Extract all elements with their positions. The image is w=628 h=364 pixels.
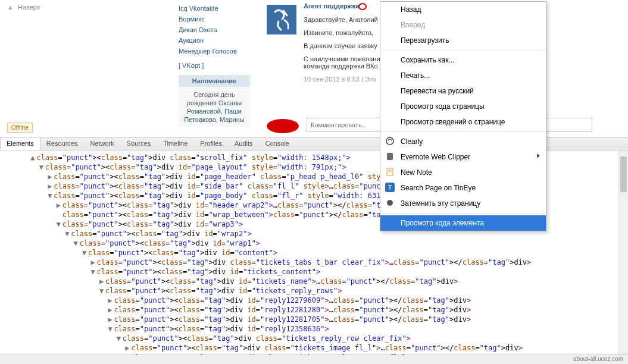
ctx-separator [381, 50, 545, 51]
devtools-tab-network[interactable]: Network [84, 137, 120, 150]
context-menu: Назад Вперед Перезагрузить Сохранить как… [380, 1, 546, 231]
ctx-save-as[interactable]: Сохранить как... [380, 52, 546, 68]
ctx-back[interactable]: Назад [380, 2, 546, 17]
dom-tree-line[interactable]: ▶class="punct"><class="tag">div class="t… [5, 258, 618, 267]
scrollbar-thumb[interactable] [620, 156, 627, 192]
red-oval-annotation-icon [267, 119, 299, 133]
svg-point-1 [386, 137, 393, 145]
vkopt-link[interactable]: [ VKopt ] [179, 62, 256, 69]
evernote-icon [385, 152, 395, 161]
sidebar-link[interactable]: Аукцион [179, 37, 256, 44]
svg-point-8 [387, 200, 393, 206]
note-icon [385, 167, 395, 177]
sidebar-link[interactable]: Вормикс [179, 15, 256, 23]
ctx-evernote[interactable]: Evernote Web Clipper [380, 149, 546, 165]
dom-tree-line[interactable]: ▶class="punct"><class="tag">div id="repl… [5, 315, 618, 324]
devtools-scrollbar[interactable] [618, 150, 628, 354]
dom-tree-line[interactable]: ▼class="punct"><class="tag">div id="repl… [5, 324, 618, 334]
devtools-tab-console[interactable]: Console [260, 137, 296, 150]
up-arrow-icon: ▲ [7, 4, 14, 11]
dom-tree-line[interactable]: ▼class="punct"><class="tag">div id="tick… [5, 267, 618, 277]
ctx-print[interactable]: Печать... [380, 68, 546, 83]
dom-tree-line[interactable]: ▶class="punct"><class="tag">div id="repl… [5, 305, 618, 315]
darken-icon [385, 198, 395, 208]
ctx-clearly[interactable]: Clearly [380, 134, 546, 149]
reminder-text: Сегодня [193, 91, 220, 98]
svg-text:T: T [388, 184, 392, 191]
clearly-icon [385, 136, 395, 146]
ctx-translate[interactable]: Перевести на русский [380, 83, 546, 99]
reminder-body: Сегодня день рождения Оксаны Романовой, … [179, 90, 250, 124]
sidebar-link[interactable]: Менеджер Голосов [179, 48, 256, 55]
ctx-darken[interactable]: Затемнить эту страницу [380, 196, 546, 211]
devtools-tab-profiles[interactable]: Profiles [194, 137, 229, 150]
dom-tree-line[interactable]: ▼class="punct"><class="tag">div id="tick… [5, 286, 618, 296]
message-author[interactable]: Агент поддержки [304, 2, 360, 10]
submenu-arrow-icon [537, 153, 540, 158]
devtools-tab-timeline[interactable]: Timeline [157, 137, 194, 150]
ctx-view-source[interactable]: Просмотр кода страницы [380, 99, 546, 114]
dom-tree-line[interactable]: ▼class="punct"><class="tag">div id="wrap… [5, 239, 618, 248]
devtools-tab-elements[interactable]: Elements [0, 137, 40, 150]
devtools-tab-resources[interactable]: Resources [40, 137, 85, 150]
dom-tree-line[interactable]: ▼class="punct"><class="tag">div class="t… [5, 334, 618, 343]
svg-rect-2 [387, 153, 393, 160]
tineye-icon: T [385, 183, 395, 192]
ctx-new-note[interactable]: New Note [380, 165, 546, 180]
ctx-separator [381, 213, 545, 214]
dom-tree-line[interactable]: ▶class="punct"><class="tag">div id="tick… [5, 277, 618, 286]
red-circle-annotation-icon [358, 3, 367, 10]
watermark: about-all.ucoz.com [573, 356, 623, 362]
scroll-up-link[interactable]: ▲ Наверх [7, 4, 40, 11]
birthday-name-link[interactable]: Марины [220, 116, 245, 123]
dom-tree-line[interactable]: ▶class="punct"><class="tag">div id="repl… [5, 296, 618, 305]
ctx-reload[interactable]: Перезагрузить [380, 33, 546, 48]
dom-tree-line[interactable]: ▶class="punct"><class="tag">div class="t… [5, 343, 618, 353]
reminder-box: Напоминание Сегодня день рождения Оксаны… [179, 75, 250, 127]
devtools-tab-audits[interactable]: Audits [229, 137, 260, 150]
scroll-up-label: Наверх [18, 4, 40, 11]
ctx-inspect-element[interactable]: Просмотр кода элемента [380, 215, 546, 231]
ctx-page-info[interactable]: Просмотр сведений о странице [380, 114, 546, 130]
devtools-tab-sources[interactable]: Sources [121, 137, 157, 150]
offline-badge: Offline [7, 123, 33, 133]
sidebar-link[interactable]: Icq Vkontakte [179, 5, 256, 12]
ctx-forward[interactable]: Вперед [380, 17, 546, 33]
support-avatar-icon[interactable] [267, 5, 296, 34]
ctx-tineye[interactable]: T Search Page on TinEye [380, 180, 546, 196]
sidebar-link[interactable]: Дикая Охота [179, 26, 256, 33]
left-menu: Icq Vkontakte Вормикс Дикая Охота Аукцио… [179, 5, 256, 127]
dom-tree-line[interactable]: ▼class="punct"><class="tag">div id="cont… [5, 248, 618, 258]
ctx-separator [381, 131, 545, 132]
page-top: ▲ Наверх Icq Vkontakte Вормикс Дикая Охо… [0, 0, 628, 137]
footer-bar: about-all.ucoz.com [0, 354, 628, 364]
reminder-title: Напоминание [179, 75, 250, 87]
